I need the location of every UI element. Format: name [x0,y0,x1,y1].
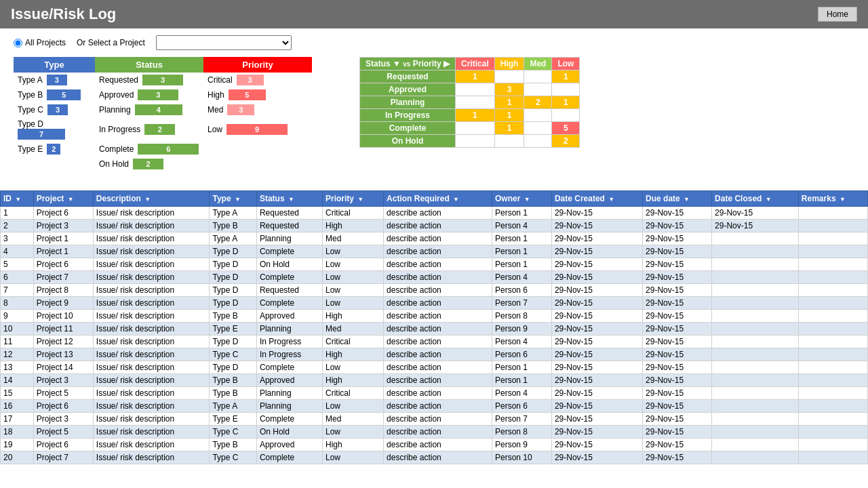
cell-description: Issue/ risk description [93,271,210,284]
all-projects-radio-label[interactable]: All Projects [14,38,66,47]
cell-remarks [798,297,867,310]
cell-priority: Critical [323,207,384,220]
priority-bar[interactable]: 3 [227,104,254,115]
chart-priority-cell: High5 [203,87,312,102]
cell-remarks [798,220,867,232]
cell-status: Complete [256,245,322,258]
cell-remarks [798,284,867,297]
cell-owner: Person 1 [492,361,552,374]
cell-status: In Progress [256,336,322,348]
cell-id: 9 [1,310,34,323]
filter-icon[interactable]: ▼ [840,196,846,203]
cell-project: Project 6 [33,207,93,220]
cell-description: Issue/ risk description [93,361,210,374]
priority-label: Med [208,105,223,115]
cell-project: Project 3 [33,374,93,387]
pivot-cell-high: 3 [494,83,524,96]
cell-date-created: 29-Nov-15 [551,361,642,374]
cell-id: 13 [1,361,34,374]
cell-action-required: describe action [384,245,492,258]
project-select[interactable]: Project 1 Project 2 Project 3 [156,35,292,50]
all-projects-radio[interactable] [14,39,22,47]
cell-status: Planning [256,323,322,336]
table-row: 2Project 3Issue/ risk descriptionType BR… [1,220,868,232]
col-header-status[interactable]: Status ▼ [256,191,322,207]
pivot-table: Status ▼ vs Priority ▶ Critical High Med… [359,57,580,148]
filter-icon[interactable]: ▼ [608,196,614,203]
col-header-description[interactable]: Description ▼ [93,191,210,207]
cell-due-date: 29-Nov-15 [643,361,712,374]
cell-id: 15 [1,387,34,400]
cell-date-created: 29-Nov-15 [551,374,642,387]
col-header-date-closed[interactable]: Date Closed ▼ [712,191,799,207]
cell-id: 3 [1,232,34,245]
cell-action-required: describe action [384,271,492,284]
chart-priority-cell: Critical3 [203,73,312,87]
cell-id: 4 [1,245,34,258]
chart-type-cell: Type A3 [14,73,95,87]
col-header-id[interactable]: ID ▼ [1,191,34,207]
filter-icon[interactable]: ▼ [357,196,363,203]
filter-icon[interactable]: ▼ [766,196,772,203]
cell-due-date: 29-Nov-15 [643,348,712,361]
cell-remarks [798,426,867,439]
status-bar[interactable]: 3 [138,89,178,100]
pivot-row-label: Approved [360,83,456,96]
pivot-low-header: Low [552,58,580,70]
priority-bar[interactable]: 9 [226,124,288,135]
cell-action-required: describe action [384,232,492,245]
cell-priority: Low [323,400,384,413]
col-header-type[interactable]: Type ▼ [210,191,256,207]
cell-id: 11 [1,336,34,348]
chart-priority-cell: Low9 [203,117,312,142]
pivot-section: Status ▼ vs Priority ▶ Critical High Med… [359,57,580,171]
home-button[interactable]: Home [818,7,857,22]
col-header-due-date[interactable]: Due date ▼ [643,191,712,207]
col-header-project[interactable]: Project ▼ [33,191,93,207]
status-bar[interactable]: 2 [133,159,163,169]
type-bar[interactable]: 7 [18,129,65,140]
priority-bar[interactable]: 5 [229,89,266,100]
status-bar[interactable]: 3 [142,75,183,85]
filter-icon[interactable]: ▼ [144,196,151,203]
cell-due-date: 29-Nov-15 [643,387,712,400]
pivot-row: Planning 1 2 1 [360,96,580,109]
status-bar[interactable]: 2 [144,124,175,135]
col-header-action-required[interactable]: Action Required ▼ [384,191,492,207]
cell-type: Type A [210,400,256,413]
col-header-remarks[interactable]: Remarks ▼ [798,191,867,207]
col-header-date-created[interactable]: Date Created ▼ [551,191,642,207]
page-title: Issue/Risk Log [11,5,116,23]
pivot-critical-header: Critical [456,58,495,70]
filter-icon[interactable]: ▼ [15,196,21,203]
cell-type: Type A [210,232,256,245]
cell-action-required: describe action [384,207,492,220]
pivot-row: Complete 1 5 [360,122,580,135]
col-header-owner[interactable]: Owner ▼ [492,191,552,207]
filter-icon[interactable]: ▼ [235,196,241,203]
cell-status: Requested [256,284,322,297]
table-row: 13Project 14Issue/ risk descriptionType … [1,361,868,374]
cell-id: 8 [1,297,34,310]
cell-owner: Person 10 [492,451,552,464]
status-bar[interactable]: 4 [135,104,182,115]
cell-status: Complete [256,413,322,426]
table-row: 6Project 7Issue/ risk descriptionType DC… [1,271,868,284]
filter-icon[interactable]: ▼ [524,196,530,203]
priority-bar[interactable]: 3 [237,75,264,85]
status-bar[interactable]: 6 [138,144,199,155]
type-bar[interactable]: 5 [47,89,81,100]
chart-row: Type C3Planning4Med3 [14,102,312,117]
type-bar[interactable]: 3 [47,75,67,85]
table-row: 17Project 3Issue/ risk descriptionType E… [1,413,868,426]
cell-type: Type C [210,348,256,361]
filter-icon[interactable]: ▼ [453,196,459,203]
cell-project: Project 5 [33,387,93,400]
type-bar[interactable]: 2 [47,144,60,155]
status-label: Approved [99,90,134,100]
filter-icon[interactable]: ▼ [288,196,294,203]
filter-icon[interactable]: ▼ [684,196,690,203]
col-header-priority[interactable]: Priority ▼ [323,191,384,207]
type-bar[interactable]: 3 [47,104,68,115]
filter-icon[interactable]: ▼ [68,196,74,203]
